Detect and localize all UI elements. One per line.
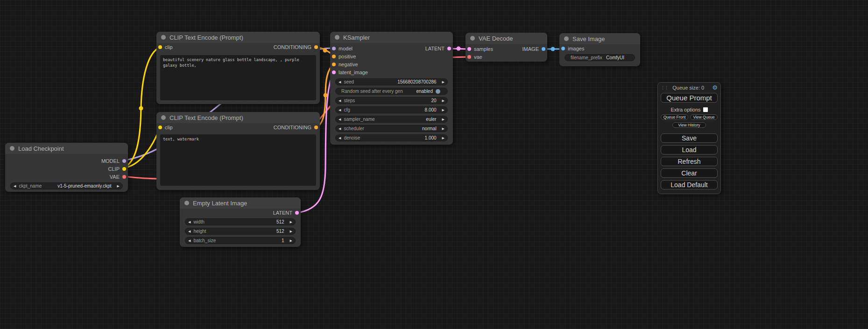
scheduler-widget[interactable]: ◀ scheduler normal ▶ — [335, 125, 448, 132]
node-empty-latent-image[interactable]: Empty Latent Image LATENT ◀ width 512 ▶ … — [180, 197, 301, 247]
increment-icon[interactable]: ▶ — [287, 239, 295, 242]
increment-icon[interactable]: ▶ — [439, 127, 447, 130]
collapse-dot-icon[interactable] — [564, 36, 569, 41]
node-clip-text-encode-negative[interactable]: CLIP Text Encode (Prompt) clip CONDITION… — [156, 112, 320, 190]
prompt-textarea[interactable]: text, watermark — [160, 134, 316, 186]
seed-widget[interactable]: ◀ seed 156680208700286 ▶ — [335, 78, 448, 85]
decrement-icon[interactable]: ◀ — [336, 118, 344, 121]
increment-icon[interactable]: ▶ — [439, 136, 447, 140]
steps-widget[interactable]: ◀ steps 20 ▶ — [335, 97, 448, 104]
node-title: Save Image — [572, 35, 605, 42]
queue-size-label: Queue size: 0 — [664, 85, 712, 91]
decrement-icon[interactable]: ◀ — [185, 239, 193, 242]
cfg-widget[interactable]: ◀ cfg 8.000 ▶ — [335, 106, 448, 113]
output-dot-vae[interactable] — [122, 175, 126, 179]
output-dot-model[interactable] — [122, 159, 126, 163]
collapse-dot-icon[interactable] — [335, 35, 339, 40]
input-label-images: images — [568, 46, 584, 51]
increment-icon[interactable]: ▶ — [439, 108, 447, 112]
input-dot-positive[interactable] — [332, 55, 336, 58]
output-dot-clip[interactable] — [122, 167, 126, 171]
collapse-dot-icon[interactable] — [470, 36, 475, 41]
decrement-icon[interactable]: ◀ — [336, 136, 344, 140]
input-dot-model[interactable] — [332, 47, 336, 50]
queue-panel: ⋮⋮ Queue size: 0 ⚙ Queue Prompt Extra op… — [657, 82, 721, 194]
node-header: CLIP Text Encode (Prompt) — [156, 112, 320, 123]
collapse-dot-icon[interactable] — [10, 146, 14, 151]
output-dot-latent[interactable] — [295, 211, 299, 215]
input-dot-clip[interactable] — [158, 45, 162, 49]
input-dot-samples[interactable] — [467, 47, 471, 51]
input-dot-images[interactable] — [561, 47, 565, 50]
output-dot-image[interactable] — [542, 47, 545, 51]
reroute-dot-negative — [324, 93, 328, 98]
decrement-icon[interactable]: ◀ — [11, 184, 19, 188]
drag-handle-icon[interactable]: ⋮⋮ — [661, 85, 664, 91]
decrement-icon[interactable]: ◀ — [336, 99, 344, 102]
batch-size-widget[interactable]: ◀ batch_size 1 ▶ — [185, 237, 296, 244]
clear-button[interactable]: Clear — [661, 168, 718, 178]
node-save-image[interactable]: Save Image images filename_prefix ComfyU… — [559, 33, 640, 66]
input-label-samples: samples — [474, 46, 493, 52]
settings-gear-icon[interactable]: ⚙ — [712, 84, 718, 91]
load-default-button[interactable]: Load Default — [661, 180, 718, 189]
denoise-widget[interactable]: ◀ denoise 1.000 ▶ — [335, 134, 448, 141]
output-dot-latent[interactable] — [447, 47, 451, 50]
output-label-conditioning: CONDITIONING — [274, 44, 311, 50]
increment-icon[interactable]: ▶ — [114, 184, 122, 188]
output-label-image: IMAGE — [522, 46, 539, 52]
input-dot-negative[interactable] — [332, 63, 336, 66]
output-label-latent: LATENT — [273, 210, 292, 216]
increment-icon[interactable]: ▶ — [287, 220, 295, 224]
height-widget[interactable]: ◀ height 512 ▶ — [185, 228, 296, 235]
ckpt-name-widget[interactable]: ◀ ckpt_name v1-5-pruned-emaonly.ckpt ▶ — [10, 182, 123, 189]
node-load-checkpoint[interactable]: Load Checkpoint MODEL CLIP VAE ◀ ckpt_na… — [5, 143, 128, 192]
input-dot-vae[interactable] — [467, 55, 471, 59]
output-label-model: MODEL — [101, 158, 120, 164]
prompt-textarea[interactable]: beautiful scenery nature glass bottle la… — [160, 55, 316, 100]
width-widget[interactable]: ◀ width 512 ▶ — [185, 218, 296, 225]
increment-icon[interactable]: ▶ — [439, 99, 447, 102]
decrement-icon[interactable]: ◀ — [336, 108, 344, 112]
filename-prefix-widget[interactable]: filename_prefix ComfyUI — [565, 54, 635, 61]
decrement-icon[interactable]: ◀ — [336, 80, 344, 84]
view-queue-button[interactable]: View Queue — [690, 114, 718, 120]
node-vae-decode[interactable]: VAE Decode samples IMAGE vae — [466, 33, 547, 62]
reroute-dot-positive — [323, 49, 327, 53]
decrement-icon[interactable]: ◀ — [185, 220, 193, 224]
collapse-dot-icon[interactable] — [161, 115, 166, 120]
sampler-name-widget[interactable]: ◀ sampler_name euler ▶ — [335, 116, 448, 123]
random-seed-toggle-widget[interactable]: Random seed after every gen enabled — [335, 88, 448, 95]
input-dot-latent-image[interactable] — [332, 70, 336, 74]
collapse-dot-icon[interactable] — [161, 35, 166, 40]
output-label-latent: LATENT — [425, 46, 445, 51]
increment-icon[interactable]: ▶ — [439, 118, 447, 121]
node-header: VAE Decode — [466, 33, 547, 44]
output-dot-conditioning[interactable] — [314, 126, 318, 129]
view-history-button[interactable]: View History — [672, 122, 706, 128]
refresh-button[interactable]: Refresh — [661, 157, 718, 166]
increment-icon[interactable]: ▶ — [439, 80, 447, 84]
node-clip-text-encode-positive[interactable]: CLIP Text Encode (Prompt) clip CONDITION… — [156, 32, 320, 104]
reroute-dot-latent — [457, 47, 461, 51]
queue-prompt-button[interactable]: Queue Prompt — [661, 93, 718, 103]
decrement-icon[interactable]: ◀ — [336, 127, 344, 130]
input-label-clip: clip — [165, 125, 173, 130]
queue-front-button[interactable]: Queue Front — [661, 114, 688, 120]
decrement-icon[interactable]: ◀ — [185, 230, 193, 233]
extra-options-checkbox[interactable] — [703, 107, 708, 112]
collapse-dot-icon[interactable] — [184, 201, 189, 205]
output-label-clip: CLIP — [108, 166, 120, 172]
input-label-clip: clip — [165, 44, 173, 50]
node-header: Load Checkpoint — [5, 143, 128, 154]
toggle-knob-icon[interactable] — [436, 89, 440, 94]
input-label-positive: positive — [339, 54, 356, 59]
increment-icon[interactable]: ▶ — [287, 230, 295, 233]
load-button[interactable]: Load — [661, 145, 718, 154]
input-label-vae: vae — [474, 54, 482, 60]
input-label-model: model — [339, 46, 353, 51]
output-dot-conditioning[interactable] — [314, 45, 318, 49]
node-ksampler[interactable]: KSampler model LATENT positive negative … — [330, 32, 453, 145]
save-button[interactable]: Save — [661, 133, 718, 143]
input-dot-clip[interactable] — [158, 126, 162, 129]
